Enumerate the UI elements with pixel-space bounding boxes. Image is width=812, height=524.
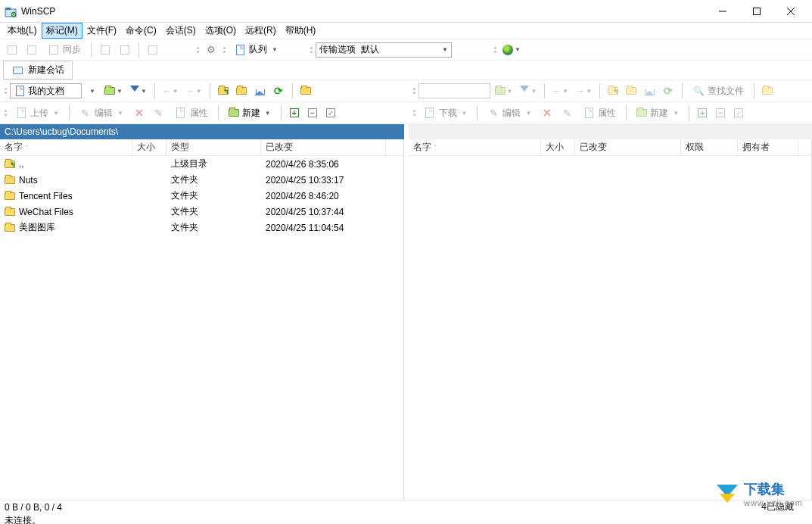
left-path-bar[interactable]: C:\Users\ucbug\Documents\	[0, 124, 404, 139]
left-open-folder-button[interactable]: ▼	[101, 83, 126, 99]
left-filter-button[interactable]: ▼	[127, 83, 150, 99]
download-button: 下载▼	[418, 104, 473, 121]
file-type: 文件夹	[166, 220, 261, 235]
right-columns-header: 名字ˇ 大小 已改变 权限 拥有者	[409, 139, 812, 156]
left-panel: C:\Users\ucbug\Documents\ 名字ˇ 大小 类型 已改变 …	[0, 124, 404, 500]
left-new-button[interactable]: 新建▼	[223, 104, 276, 121]
right-path-bar[interactable]	[409, 124, 813, 139]
menu-file[interactable]: 文件(F)	[82, 23, 121, 39]
left-fwd-button: →▼	[183, 83, 205, 99]
website-button[interactable]: ▼	[499, 42, 524, 58]
session-tabs: 新建会话	[0, 61, 812, 80]
svg-rect-4	[753, 8, 760, 14]
right-home-button	[641, 83, 658, 99]
terminal-icon	[144, 42, 162, 58]
menu-options[interactable]: 选项(O)	[201, 23, 241, 39]
col-name[interactable]: 名字ˇ	[0, 139, 132, 155]
left-drive-combo[interactable]: 我的文档	[10, 83, 82, 98]
action-toolbars: 上传▼ ✎编辑▼ ✕ ✎ 属性 新建▼ + − ✓ 下载▼ ✎编辑▼ ✕ ✎ 属…	[0, 102, 812, 124]
file-name: 美图图库	[19, 221, 55, 234]
right-panel: 名字ˇ 大小 已改变 权限 拥有者	[409, 124, 813, 500]
right-filter-button: ▼	[517, 83, 540, 99]
transfer-settings-combo[interactable]: 传输选项 默认 ▼	[316, 42, 452, 58]
nav-toolbars: 我的文档 ▼ ▼ ▼ ←▼ →▼ ⟳ ▼ ▼ ←▼ →▼ ⟳ 🔍查找文件	[0, 80, 812, 102]
col-size[interactable]: 大小	[541, 139, 575, 155]
file-changed: 2020/4/26 8:46:20	[261, 189, 386, 203]
right-open-folder-button: ▼	[492, 83, 516, 99]
menu-session[interactable]: 会话(S)	[161, 23, 201, 39]
left-home-button[interactable]	[251, 83, 268, 99]
watermark-title: 下载集	[744, 480, 803, 498]
left-drive-label: 我的文档	[28, 85, 64, 98]
watermark-url: www.xzji.com	[744, 498, 803, 507]
col-size[interactable]: 大小	[132, 139, 166, 155]
left-tree-button[interactable]	[297, 83, 314, 99]
connection-status-bar: 未连接。	[0, 513, 812, 524]
col-rights[interactable]: 权限	[681, 139, 738, 155]
maximize-button[interactable]	[739, 0, 773, 23]
left-action-toolbar: 上传▼ ✎编辑▼ ✕ ✎ 属性 新建▼ + − ✓	[0, 102, 404, 123]
title-bar: WinSCP	[0, 0, 812, 23]
left-check-button[interactable]: ✓	[322, 104, 339, 121]
right-action-toolbar: 下载▼ ✎编辑▼ ✕ ✎ 属性 新建▼ + − ✓	[409, 102, 813, 123]
left-root-button[interactable]	[233, 83, 250, 99]
queue-button[interactable]: 队列▼	[229, 42, 283, 58]
svg-point-2	[11, 12, 16, 17]
left-refresh-button[interactable]: ⟳	[269, 83, 288, 99]
folder-icon	[5, 208, 15, 216]
settings-button[interactable]: ⚙	[202, 42, 220, 58]
left-rename-button: ✎	[150, 104, 168, 121]
sync-browse-icon	[23, 42, 41, 58]
toggle-1-icon	[96, 42, 114, 58]
right-fwd-button: →▼	[573, 83, 595, 99]
menu-command[interactable]: 命令(C)	[121, 23, 161, 39]
right-delete-button: ✕	[538, 104, 556, 121]
right-file-list[interactable]: 名字ˇ 大小 已改变 权限 拥有者	[409, 139, 813, 500]
menu-help[interactable]: 帮助(H)	[281, 23, 321, 39]
col-name[interactable]: 名字ˇ	[409, 139, 541, 155]
left-nav-toolbar: 我的文档 ▼ ▼ ▼ ←▼ →▼ ⟳	[0, 80, 404, 101]
svg-marker-8	[720, 494, 735, 503]
file-name: Nuts	[19, 175, 38, 186]
file-name: WeChat Files	[19, 207, 73, 217]
right-drive-combo	[418, 83, 490, 98]
close-button[interactable]	[773, 0, 807, 23]
table-row[interactable]: Nuts文件夹2020/4/25 10:33:17	[0, 172, 403, 188]
right-rename-button: ✎	[558, 104, 576, 121]
right-new-button: 新建▼	[631, 104, 684, 121]
table-row[interactable]: ..上级目录2020/4/26 8:35:06	[0, 156, 403, 172]
app-icon	[5, 5, 17, 17]
col-changed[interactable]: 已改变	[261, 139, 386, 155]
table-row[interactable]: WeChat Files文件夹2020/4/25 10:37:44	[0, 204, 403, 220]
col-owner[interactable]: 拥有者	[738, 139, 798, 155]
col-type[interactable]: 类型	[166, 139, 261, 155]
right-props-button: 属性	[577, 104, 621, 121]
left-file-list[interactable]: 名字ˇ 大小 类型 已改变 ..上级目录2020/4/26 8:35:06Nut…	[0, 139, 404, 500]
minimize-button[interactable]	[705, 0, 739, 23]
menu-local[interactable]: 本地(L)	[3, 23, 42, 39]
left-plus-button[interactable]: +	[286, 104, 303, 121]
file-type: 文件夹	[166, 188, 261, 204]
right-edit-button: ✎编辑▼	[482, 104, 537, 121]
table-row[interactable]: 美图图库文件夹2020/4/25 11:04:54	[0, 220, 403, 235]
right-back-button: ←▼	[549, 83, 571, 99]
download-logo-icon	[715, 482, 739, 506]
new-session-tab[interactable]: 新建会话	[3, 61, 73, 80]
menu-mark[interactable]: 标记(M)	[42, 23, 82, 39]
menu-remote[interactable]: 远程(R)	[241, 23, 281, 39]
file-changed: 2020/4/25 10:37:44	[261, 205, 386, 219]
col-changed[interactable]: 已改变	[575, 139, 681, 155]
left-minus-button[interactable]: −	[304, 104, 321, 121]
left-props-button: 属性	[170, 104, 213, 121]
left-edit-button: ✎编辑▼	[74, 104, 129, 121]
sync-button: 同步	[42, 42, 86, 58]
file-name: ..	[19, 159, 24, 170]
folder-icon	[5, 192, 15, 200]
left-drive-dd[interactable]: ▼	[83, 83, 100, 99]
left-parent-button[interactable]	[215, 83, 232, 99]
right-minus-button: −	[712, 104, 729, 121]
left-columns-header: 名字ˇ 大小 类型 已改变	[0, 139, 403, 156]
upload-button: 上传▼	[10, 104, 64, 121]
find-files-button: 🔍查找文件	[687, 83, 749, 99]
table-row[interactable]: Tencent Files文件夹2020/4/26 8:46:20	[0, 188, 403, 204]
